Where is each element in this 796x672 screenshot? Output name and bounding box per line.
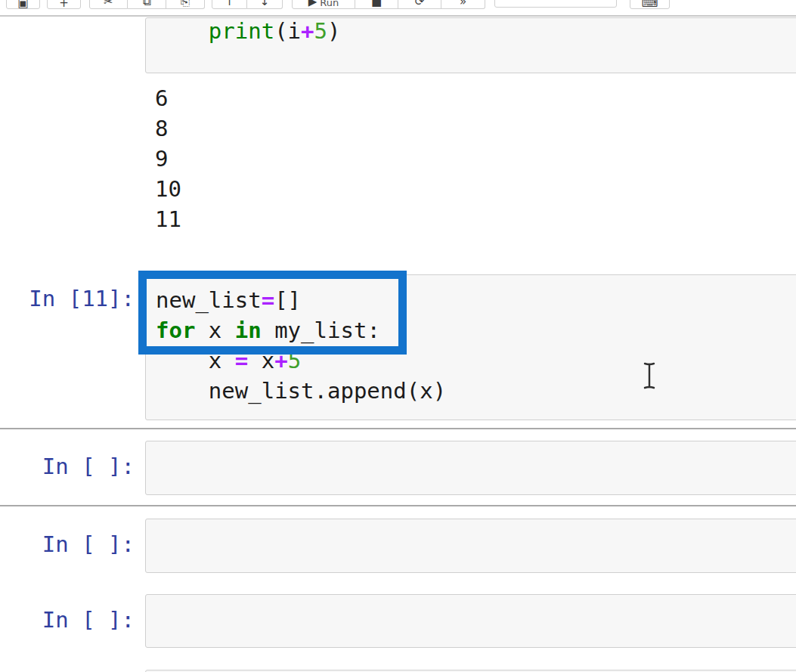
restart-icon: ⟳ (415, 0, 425, 8)
paste-cell-button[interactable]: ⎘ (166, 0, 205, 9)
input-prompt-11: In [11]: (0, 287, 135, 310)
cell-type-dropdown[interactable]: Code (494, 0, 617, 8)
move-cell-up-button[interactable]: ↑ (212, 0, 247, 9)
move-cell-down-button[interactable]: ↓ (247, 0, 283, 9)
paste-icon: ⎘ (181, 0, 190, 8)
arrow-up-icon: ↑ (225, 0, 234, 8)
play-icon: ▶ (308, 0, 317, 8)
restart-run-all-button[interactable]: » (441, 0, 485, 9)
code-cell-input-empty-2[interactable] (145, 519, 796, 573)
save-button[interactable]: ▣ (6, 0, 40, 9)
run-button-group: ▶ Run ■ ⟳ » (292, 0, 485, 9)
fast-forward-icon: » (460, 0, 466, 8)
run-button-label: Run (320, 0, 339, 8)
code-line: print(i+5) (146, 17, 796, 46)
insert-cell-below-button[interactable]: + (47, 0, 81, 9)
cell-output-text: 6 8 9 10 11 (155, 83, 181, 234)
notebook-area: ▣ + ✂ ⧉ ⎘ ↑ ↓ ▶ Run ■ ⟳ » Code ⌨ print(i… (0, 0, 796, 672)
cell-type-value: Code (503, 0, 531, 2)
arrow-down-icon: ↓ (260, 0, 270, 8)
input-prompt-empty-3: In [ ]: (0, 609, 135, 631)
save-icon: ▣ (17, 0, 28, 8)
plus-icon: + (59, 0, 69, 8)
restart-kernel-button[interactable]: ⟳ (398, 0, 441, 9)
section-divider (0, 505, 796, 506)
command-palette-button[interactable]: ⌨ (630, 0, 670, 9)
stop-icon: ■ (371, 0, 382, 8)
copy-cell-button[interactable]: ⧉ (128, 0, 166, 9)
interrupt-kernel-button[interactable]: ■ (355, 0, 398, 9)
code-cell-input-clipped[interactable]: print(i+5) (145, 17, 796, 73)
keyboard-icon: ⌨ (642, 0, 658, 8)
copy-icon: ⧉ (143, 0, 151, 8)
text-cursor-icon (642, 362, 657, 392)
section-divider (0, 428, 796, 429)
code-cell-input-empty-1[interactable] (145, 441, 796, 495)
input-prompt-empty-1: In [ ]: (0, 455, 135, 478)
highlight-rectangle (138, 271, 407, 355)
run-button[interactable]: ▶ Run (292, 0, 355, 9)
scissors-icon: ✂ (104, 0, 113, 8)
code-cell-input-empty-3[interactable] (145, 594, 796, 648)
edit-button-group: ✂ ⧉ ⎘ (89, 0, 205, 9)
move-button-group: ↑ ↓ (212, 0, 283, 9)
input-prompt-empty-2: In [ ]: (0, 533, 135, 556)
notebook-toolbar: ▣ + ✂ ⧉ ⎘ ↑ ↓ ▶ Run ■ ⟳ » Code ⌨ (0, 0, 796, 17)
cut-cell-button[interactable]: ✂ (89, 0, 128, 9)
